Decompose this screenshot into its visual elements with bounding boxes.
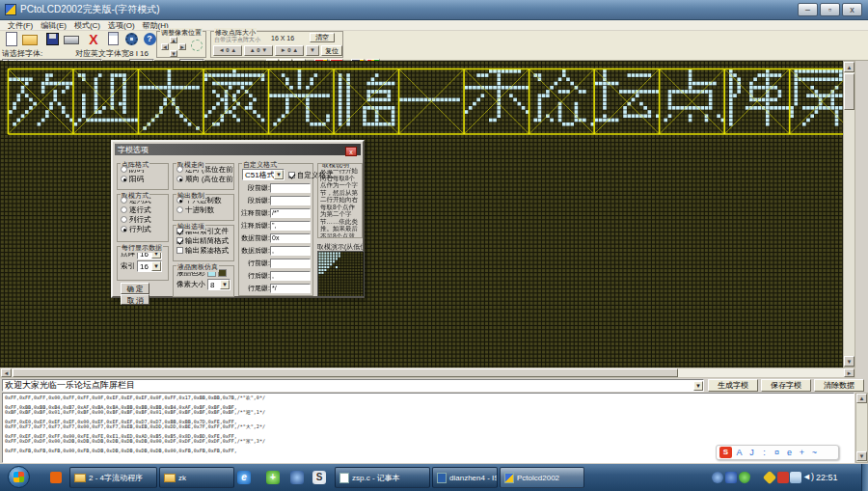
- line-suffix-input[interactable]: ,: [270, 271, 311, 281]
- tray-warning-icon[interactable]: [763, 471, 776, 484]
- ie-icon[interactable]: e: [237, 471, 251, 484]
- comment-suffix-input[interactable]: ",: [270, 221, 311, 231]
- clear-canvas-button[interactable]: 清空: [310, 33, 335, 42]
- moon-icon[interactable]: J: [746, 447, 758, 458]
- tray-ball-icon[interactable]: [712, 472, 723, 483]
- segment-suffix-input[interactable]: [270, 196, 311, 205]
- pixel-size-combobox[interactable]: 8▼: [207, 279, 231, 290]
- spin-down[interactable]: ▼: [306, 45, 319, 56]
- start-button[interactable]: [8, 466, 30, 488]
- checkbox-compact[interactable]: 输出紧凑格式: [176, 246, 233, 255]
- scroll-down-icon[interactable]: ▼: [844, 356, 854, 367]
- speaker-icon[interactable]: ◄): [802, 472, 814, 483]
- spin-left[interactable]: ◄ 0 ▲: [213, 45, 242, 56]
- keyboard-icon[interactable]: ¤: [771, 447, 783, 458]
- font-options-dialog: 字模选项 x 点阵格式 阴码 阳码 取模方式 逐列式 逐行式 列行式 行列式 每…: [111, 140, 365, 298]
- settings-gear-icon[interactable]: [122, 32, 140, 47]
- notes-icon[interactable]: [104, 32, 122, 47]
- minimize-button[interactable]: –: [798, 3, 818, 16]
- lcd-sim-group: 液晶面板仿真 液晶色彩 像素大小 8▼: [173, 265, 234, 297]
- taskbar-button-folder1[interactable]: 2 - 4字流动程序: [69, 467, 157, 488]
- arrow-down-icon[interactable]: ▼: [170, 50, 177, 57]
- font-mode-icon[interactable]: A: [733, 447, 746, 458]
- comment-prefix-input[interactable]: /*": [270, 208, 311, 218]
- taskbar-button-isis[interactable]: dianzhen4 - ISIS Pr...: [432, 467, 498, 488]
- radio-column-row[interactable]: 列行式: [121, 215, 168, 224]
- output-vertical-scrollbar[interactable]: ▲ ▼: [855, 393, 868, 463]
- canvas-horizontal-scrollbar[interactable]: ◄ ►: [0, 368, 855, 378]
- green-app-icon[interactable]: +: [266, 471, 280, 484]
- tray-blue-icon[interactable]: [725, 472, 737, 483]
- scroll-up-icon[interactable]: ▲: [856, 394, 867, 403]
- taskbar-button-pctolcd[interactable]: Pctolcd2002: [500, 467, 584, 488]
- sogou-logo-icon[interactable]: S: [719, 447, 732, 458]
- menu-edit[interactable]: 编辑(E): [41, 20, 67, 31]
- radio-forward[interactable]: 顺向 (高位在前: [176, 175, 233, 183]
- print-icon[interactable]: [64, 32, 81, 47]
- spin-up[interactable]: ▲ 0 ▼: [244, 45, 273, 56]
- format-combobox[interactable]: C51格式▼: [242, 169, 285, 180]
- select-font-label: 请选择字体:: [2, 48, 42, 59]
- taskbar-button-folder2[interactable]: zk: [159, 467, 234, 488]
- skype-icon[interactable]: S: [312, 471, 326, 484]
- line-prefix-input[interactable]: [270, 259, 311, 268]
- radio-yang[interactable]: 阳码: [121, 175, 168, 183]
- scroll-down-icon[interactable]: ▼: [856, 451, 867, 461]
- skin-icon[interactable]: +: [796, 447, 808, 458]
- ok-button[interactable]: 确 定: [121, 283, 149, 294]
- chevron-down-icon[interactable]: ▼: [693, 381, 703, 391]
- lcd-color-swatch-2[interactable]: [218, 269, 227, 277]
- show-desktop-button[interactable]: [861, 464, 868, 491]
- open-file-icon[interactable]: [22, 32, 40, 47]
- tray-flag-icon[interactable]: [777, 472, 789, 483]
- generate-font-button[interactable]: 生成字模: [708, 379, 758, 392]
- arrow-up-icon[interactable]: ▲: [170, 37, 177, 43]
- right-gutter: [855, 61, 868, 368]
- save-icon[interactable]: [43, 32, 61, 47]
- clear-data-button[interactable]: 清除数据: [814, 379, 864, 392]
- delete-icon[interactable]: X: [85, 32, 102, 47]
- menu-file[interactable]: 文件(F): [8, 20, 33, 31]
- scroll-left-icon[interactable]: ◄: [1, 368, 12, 377]
- menu-mode[interactable]: 模式(C): [74, 20, 100, 31]
- reset-button[interactable]: 复位: [321, 45, 342, 56]
- data-prefix-input[interactable]: 0x: [270, 233, 311, 243]
- radio-decimal[interactable]: 十进制数: [176, 205, 233, 214]
- scroll-right-icon[interactable]: ►: [844, 368, 854, 377]
- segment-prefix-input[interactable]: [270, 183, 311, 193]
- radio-row-scan[interactable]: 逐行式: [121, 205, 168, 214]
- cancel-button[interactable]: 取 消: [121, 294, 149, 305]
- mode-explain-group: 取模说明 从第一行开始向右每取8个点作为一个字节，然后从第二行开始向右每取8个点…: [317, 163, 363, 238]
- checkbox-simplified[interactable]: 输出精简格式: [176, 236, 233, 245]
- data-suffix-input[interactable]: ,: [270, 246, 311, 256]
- arrow-left-icon[interactable]: ◄: [161, 43, 169, 50]
- scroll-thumb[interactable]: [844, 73, 854, 110]
- tray-shield-icon[interactable]: [739, 472, 750, 483]
- radio-row-column[interactable]: 行列式: [121, 225, 168, 233]
- text-input-combobox[interactable]: 欢迎大家光临一乐论坛点阵屏栏目 ▼: [2, 379, 704, 392]
- scroll-thumb[interactable]: [13, 368, 678, 377]
- crosshair-icon[interactable]: [191, 40, 203, 51]
- arrow-right-icon[interactable]: ►: [178, 43, 186, 50]
- pinned-app-icon[interactable]: [50, 472, 62, 483]
- line-end-input[interactable]: */: [270, 284, 311, 293]
- close-button[interactable]: x: [842, 3, 862, 16]
- dialog-close-button[interactable]: x: [345, 147, 357, 156]
- punctuation-icon[interactable]: :: [758, 447, 771, 458]
- taskbar-clock[interactable]: 22:51: [816, 473, 838, 482]
- scroll-up-icon[interactable]: ▲: [844, 62, 854, 72]
- network-icon[interactable]: [790, 472, 801, 483]
- maximize-button[interactable]: ▫: [820, 3, 840, 16]
- new-file-icon[interactable]: [3, 32, 20, 47]
- dialog-titlebar[interactable]: 字模选项 x: [115, 144, 361, 155]
- save-font-button[interactable]: 保存字模: [761, 379, 811, 392]
- profile-icon[interactable]: e: [783, 447, 796, 458]
- wrench-icon[interactable]: ~: [808, 447, 821, 458]
- spin-right[interactable]: ► 0 ▲: [275, 45, 304, 56]
- menu-options[interactable]: 选项(O): [108, 20, 135, 31]
- canvas-vertical-scrollbar[interactable]: ▲ ▼: [843, 61, 855, 368]
- browser-ball-icon[interactable]: [290, 471, 304, 484]
- builtin-size-label: 自带汉字点阵大小: [214, 36, 260, 44]
- taskbar-button-notepad[interactable]: zsp.c - 记事本: [335, 467, 430, 488]
- index-per-line-combobox[interactable]: 16▼: [137, 260, 162, 272]
